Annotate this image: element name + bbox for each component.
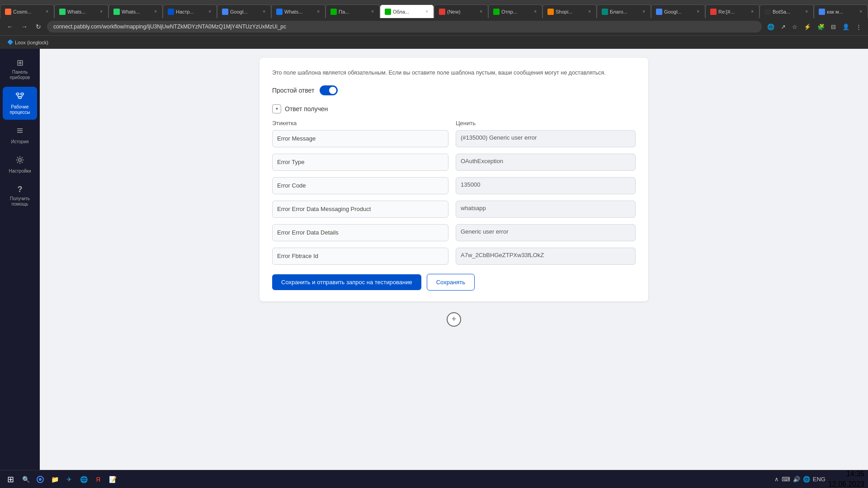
tab-send[interactable]: Отпр... × bbox=[488, 5, 542, 18]
g3-close[interactable]: × bbox=[859, 8, 863, 15]
puzzle-icon[interactable]: 🧩 bbox=[816, 23, 826, 31]
button-row: Сохранить и отправить запрос на тестиров… bbox=[272, 274, 636, 291]
reload-button[interactable]: ↻ bbox=[33, 22, 43, 32]
shop-close[interactable]: × bbox=[587, 8, 592, 15]
set-favicon bbox=[168, 9, 174, 15]
send-close[interactable]: × bbox=[533, 8, 538, 15]
simple-reply-toggle[interactable] bbox=[320, 85, 338, 95]
tab-gmail[interactable]: Re:[#... × bbox=[705, 5, 760, 18]
tray-volume[interactable]: 🔊 bbox=[793, 476, 800, 483]
forward-button[interactable]: → bbox=[19, 22, 30, 32]
extensions-icon[interactable]: ⚡ bbox=[802, 23, 813, 31]
tray-chevron[interactable]: ∧ bbox=[774, 476, 779, 483]
taskbar-files[interactable]: 📁 bbox=[48, 473, 61, 486]
field-label-input-2[interactable] bbox=[272, 177, 448, 194]
w2-label: Whats... bbox=[122, 9, 151, 14]
sidebar-item-help[interactable]: ? Получить помощь bbox=[3, 180, 37, 211]
field-value-input-3[interactable] bbox=[456, 201, 636, 218]
cosmos-close[interactable]: × bbox=[45, 8, 49, 15]
tab-shopify[interactable]: Shopi... × bbox=[542, 5, 597, 18]
address-input[interactable] bbox=[47, 21, 762, 33]
field-value-input-5[interactable] bbox=[456, 248, 636, 265]
tab-fb[interactable]: Whats... × bbox=[271, 5, 326, 18]
field-label-input-1[interactable] bbox=[272, 154, 448, 171]
back-button[interactable]: ← bbox=[5, 22, 15, 32]
goo-close[interactable]: × bbox=[262, 8, 266, 15]
search-taskbar-button[interactable]: 🔍 bbox=[19, 473, 32, 486]
share-icon[interactable]: ↗ bbox=[779, 23, 788, 31]
translate-icon[interactable]: 🌐 bbox=[765, 23, 776, 31]
taskbar-telegram[interactable]: ✈ bbox=[63, 473, 75, 486]
help-icon: ? bbox=[18, 185, 23, 194]
tab-yt[interactable]: (New) × bbox=[434, 5, 488, 18]
tab-botsale[interactable]: BotSa... × bbox=[760, 5, 814, 18]
goo-favicon bbox=[222, 9, 228, 15]
tab-google2[interactable]: Googl... × bbox=[651, 5, 705, 18]
tab-settings[interactable]: Настр... × bbox=[163, 5, 217, 18]
w1-close[interactable]: × bbox=[99, 8, 104, 15]
field-value-input-2[interactable] bbox=[456, 177, 636, 194]
tray-network[interactable]: 🌐 bbox=[803, 476, 810, 483]
tab-google3[interactable]: как м... × bbox=[814, 5, 868, 18]
sidebar-workflows-label: Рабочие процессы bbox=[5, 104, 34, 115]
tab-pabbly1[interactable]: Па... × bbox=[326, 5, 380, 18]
start-button[interactable]: ⊞ bbox=[4, 473, 18, 486]
field-label-5 bbox=[272, 248, 448, 267]
field-label-input-5[interactable] bbox=[272, 248, 448, 265]
fb-close[interactable]: × bbox=[316, 8, 321, 15]
set-close[interactable]: × bbox=[208, 8, 212, 15]
collapse-icon[interactable]: ▾ bbox=[272, 104, 281, 113]
taskbar: ⊞ 🔍 📁 ✈ 🌐 Я 📝 ∧ ⌨ 🔊 🌐 ENG 14:35 12.06.20… bbox=[0, 470, 868, 488]
field-value-input-4[interactable] bbox=[456, 224, 636, 241]
bs-close[interactable]: × bbox=[804, 8, 809, 15]
active-close[interactable]: × bbox=[425, 8, 429, 15]
blag-close[interactable]: × bbox=[642, 8, 646, 15]
sidebar-item-history[interactable]: История bbox=[3, 122, 37, 149]
sidebar: ⊞ Панель приборов Рабочие процессы bbox=[0, 49, 40, 470]
field-value-input-1[interactable] bbox=[456, 154, 636, 171]
lang-indicator[interactable]: ENG bbox=[813, 476, 826, 483]
taskbar-browser[interactable]: 🌐 bbox=[77, 473, 90, 486]
tab-google[interactable]: Googl... × bbox=[217, 5, 271, 18]
save-button[interactable]: Сохранять bbox=[427, 274, 475, 291]
send-label: Отпр... bbox=[501, 9, 531, 14]
yt-close[interactable]: × bbox=[479, 8, 483, 15]
fb-favicon bbox=[276, 9, 283, 15]
system-tray: ∧ ⌨ 🔊 🌐 ENG 14:35 12.06.2023 bbox=[774, 469, 864, 488]
blag-favicon bbox=[602, 9, 608, 15]
tab-whatsapp1[interactable]: Whats... × bbox=[54, 5, 108, 18]
sync-icon[interactable]: ⊟ bbox=[829, 23, 838, 31]
tab-active[interactable]: Обла... × bbox=[380, 5, 434, 18]
menu-icon[interactable]: ⋮ bbox=[854, 23, 863, 31]
tab-blag[interactable]: Благо... × bbox=[597, 5, 651, 18]
taskbar-chrome[interactable] bbox=[34, 473, 47, 486]
shop-favicon bbox=[547, 9, 554, 15]
taskbar-notes[interactable]: 📝 bbox=[106, 473, 119, 486]
gm-close[interactable]: × bbox=[750, 8, 755, 15]
bookmark-loox[interactable]: 🔷 Loox (iceglock) bbox=[5, 38, 51, 47]
p1-close[interactable]: × bbox=[370, 8, 375, 15]
w1-label: Whats... bbox=[67, 9, 97, 14]
bookmark-icon[interactable]: ☆ bbox=[790, 23, 799, 31]
field-value-input-0[interactable] bbox=[456, 130, 636, 147]
field-row bbox=[272, 201, 636, 220]
field-label-input-4[interactable] bbox=[272, 224, 448, 241]
sidebar-item-workflows[interactable]: Рабочие процессы bbox=[3, 87, 37, 120]
tab-cosmos[interactable]: Cosmi... × bbox=[0, 5, 54, 18]
col-label-header: Этикетка bbox=[272, 120, 448, 127]
tab-whatsapp2[interactable]: Whats... × bbox=[108, 5, 163, 18]
field-label-input-0[interactable] bbox=[272, 130, 448, 147]
sidebar-settings-label: Настройки bbox=[9, 169, 31, 174]
workflow-area: Это поле шаблона является обязательным. … bbox=[40, 49, 868, 470]
field-row bbox=[272, 177, 636, 196]
sidebar-item-settings[interactable]: Настройки bbox=[3, 151, 37, 178]
taskbar-yandex[interactable]: Я bbox=[92, 473, 104, 486]
field-label-input-3[interactable] bbox=[272, 201, 448, 218]
w2-close[interactable]: × bbox=[153, 8, 158, 15]
tray-keyboard[interactable]: ⌨ bbox=[782, 476, 790, 483]
add-step-button[interactable]: + bbox=[447, 312, 461, 327]
profile-icon[interactable]: 👤 bbox=[840, 23, 851, 31]
save-test-button[interactable]: Сохранить и отправить запрос на тестиров… bbox=[272, 274, 421, 290]
sidebar-item-dashboard[interactable]: ⊞ Панель приборов bbox=[3, 53, 37, 85]
g2-close[interactable]: × bbox=[696, 8, 700, 15]
